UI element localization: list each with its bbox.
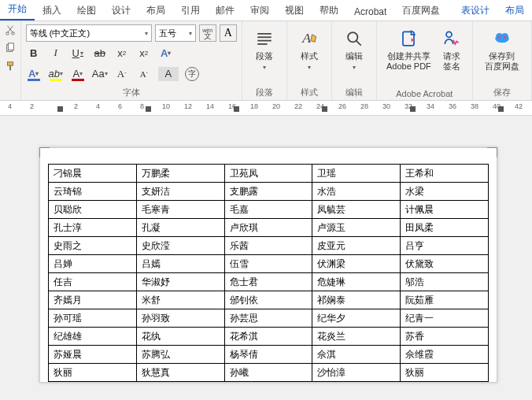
cut-icon[interactable] (5, 24, 16, 38)
change-case-button[interactable]: Aa▾ (92, 67, 108, 81)
table-cell[interactable]: 田凤柔 (401, 219, 489, 237)
table-cell[interactable]: 纪华夕 (312, 309, 401, 328)
table-cell[interactable]: 佘维霞 (401, 346, 489, 364)
text-effects-button[interactable]: A▾ (158, 46, 174, 60)
table-cell[interactable]: 吕婵 (49, 255, 137, 273)
table-cell[interactable]: 水浩 (312, 183, 401, 201)
table-cell[interactable]: 水梁 (401, 183, 489, 201)
table-cell[interactable]: 苏娅晨 (49, 346, 137, 364)
table-cell[interactable]: 孙羽致 (136, 309, 224, 328)
table-cell[interactable]: 史雨之 (49, 237, 137, 255)
tab-邮件[interactable]: 邮件 (208, 1, 242, 20)
tab-开始[interactable]: 开始 (0, 0, 35, 20)
table-row[interactable]: 苏娅晨苏腾弘杨琴倩佘淇佘维霞 (49, 346, 489, 364)
table-cell[interactable]: 乐茜 (224, 237, 312, 255)
bold-button[interactable]: B (26, 46, 42, 60)
table-cell[interactable]: 苏香 (401, 328, 489, 346)
table-cell[interactable]: 纪青一 (401, 309, 489, 328)
table-row[interactable]: 吕婵吕嫣伍雪伏渊梁伏黛致 (49, 255, 489, 273)
table-cell[interactable]: 狄慧真 (136, 364, 224, 382)
table-row[interactable]: 孙可瑶孙羽致孙芸思纪华夕纪青一 (49, 309, 489, 328)
table-cell[interactable]: 卫苑凤 (224, 165, 312, 183)
tab-帮助[interactable]: 帮助 (312, 1, 346, 20)
table-cell[interactable]: 吕亨 (401, 237, 489, 255)
table-cell[interactable]: 齐嫣月 (49, 291, 137, 309)
phonetic-guide-button[interactable]: wén文 (199, 24, 216, 42)
font-color-button[interactable]: A▾ (70, 67, 86, 81)
shrink-font-button[interactable]: Aˇ (136, 67, 152, 81)
font-name-selector[interactable]: 等线 (中文正文)▾ (26, 24, 152, 42)
table-cell[interactable]: 伏渊梁 (312, 255, 401, 273)
table-cell[interactable]: 皮亚元 (312, 237, 401, 255)
tab-视图[interactable]: 视图 (277, 1, 312, 20)
table-cell[interactable]: 计佩晨 (401, 201, 489, 219)
table-row[interactable]: 孔士淳孔凝卢欣琪卢源玉田凤柔 (49, 219, 489, 237)
tab-绘图[interactable]: 绘图 (69, 1, 104, 20)
table-cell[interactable]: 毛寒青 (136, 201, 224, 219)
table-cell[interactable]: 卢欣琪 (224, 219, 312, 237)
tab-引用[interactable]: 引用 (173, 1, 208, 20)
ruler[interactable]: 4224681012141618202224262830323436384042 (0, 101, 532, 116)
text-outline-button[interactable]: A▾ (26, 67, 42, 81)
table-cell[interactable]: 苏腾弘 (136, 346, 224, 364)
subscript-button[interactable]: x2 (114, 46, 130, 60)
table-cell[interactable]: 伍雪 (224, 255, 312, 273)
strikethrough-button[interactable]: ab (92, 46, 108, 60)
edit-button[interactable]: 编辑▾ (342, 24, 367, 76)
table-cell[interactable]: 邬浩 (401, 273, 489, 291)
char-border-button[interactable]: A (220, 24, 237, 42)
table-cell[interactable]: 卢源玉 (312, 219, 401, 237)
table-row[interactable]: 纪雄雄花纨花希淇花炎兰苏香 (49, 328, 489, 346)
font-size-selector[interactable]: 五号▾ (155, 24, 196, 42)
table-cell[interactable]: 阮茹雁 (401, 291, 489, 309)
char-shading-button[interactable]: A (158, 67, 179, 81)
table-cell[interactable]: 支妍洁 (136, 183, 224, 201)
adobe-sign-button[interactable]: 请求 签名 (439, 24, 464, 87)
table-cell[interactable]: 孙芸思 (224, 309, 312, 328)
table-cell[interactable]: 狄丽 (401, 364, 489, 382)
paragraph-button[interactable]: 段落▾ (252, 24, 277, 76)
table-cell[interactable]: 孔士淳 (49, 219, 137, 237)
names-table[interactable]: 刁锦晨万鹏柔卫苑凤卫瑶王希和云琦锦支妍洁支鹏露水浩水梁贝聪欣毛寒青毛嘉凤毓芸计佩… (48, 164, 489, 382)
table-cell[interactable]: 孙可瑶 (49, 309, 137, 328)
table-cell[interactable]: 狄丽 (49, 364, 137, 382)
table-cell[interactable]: 佘淇 (312, 346, 401, 364)
style-button[interactable]: A 样式▾ (297, 24, 322, 76)
table-row[interactable]: 任吉华淑妤危士君危婕琳邬浩 (49, 273, 489, 291)
table-cell[interactable]: 任吉 (49, 273, 137, 291)
format-painter-icon[interactable] (5, 61, 16, 74)
table-cell[interactable]: 花纨 (136, 328, 224, 346)
tab-stop[interactable] (498, 106, 504, 112)
table-cell[interactable]: 支鹏露 (224, 183, 312, 201)
table-cell[interactable]: 王希和 (401, 165, 489, 183)
tab-stop[interactable] (146, 106, 151, 112)
tab-stop[interactable] (322, 106, 327, 112)
table-cell[interactable]: 卫瑶 (312, 165, 401, 183)
table-cell[interactable]: 危婕琳 (312, 273, 401, 291)
table-cell[interactable]: 杨琴倩 (224, 346, 312, 364)
table-cell[interactable]: 毛嘉 (224, 201, 312, 219)
table-cell[interactable]: 华淑妤 (136, 273, 224, 291)
adobe-create-button[interactable]: 创建并共享 Adobe PDF (385, 24, 433, 87)
tab-布局[interactable]: 布局 (139, 1, 173, 20)
table-cell[interactable]: 刁锦晨 (49, 165, 137, 183)
table-cell[interactable]: 纪雄雄 (49, 328, 137, 346)
table-cell[interactable]: 贝聪欣 (49, 201, 137, 219)
table-row[interactable]: 云琦锦支妍洁支鹏露水浩水梁 (49, 183, 489, 201)
table-row[interactable]: 贝聪欣毛寒青毛嘉凤毓芸计佩晨 (49, 201, 489, 219)
tab-审阅[interactable]: 审阅 (242, 1, 277, 20)
table-cell[interactable]: 吕嫣 (136, 255, 224, 273)
table-cell[interactable]: 祁娴泰 (312, 291, 401, 309)
page[interactable]: 刁锦晨万鹏柔卫苑凤卫瑶王希和云琦锦支妍洁支鹏露水浩水梁贝聪欣毛寒青毛嘉凤毓芸计佩… (39, 147, 497, 383)
table-cell[interactable]: 花希淇 (224, 328, 312, 346)
enclose-char-button[interactable]: 字 (185, 67, 199, 81)
table-cell[interactable]: 史欣滢 (136, 237, 224, 255)
tab-设计[interactable]: 设计 (104, 1, 139, 20)
tab-插入[interactable]: 插入 (35, 1, 69, 20)
table-row[interactable]: 史雨之史欣滢乐茜皮亚元吕亨 (49, 237, 489, 255)
table-cell[interactable]: 孔凝 (136, 219, 224, 237)
table-cell[interactable]: 孙曦 (224, 364, 312, 382)
table-cell[interactable]: 伏黛致 (401, 255, 489, 273)
grow-font-button[interactable]: Aˆ (114, 67, 130, 81)
table-cell[interactable]: 邠钊依 (224, 291, 312, 309)
